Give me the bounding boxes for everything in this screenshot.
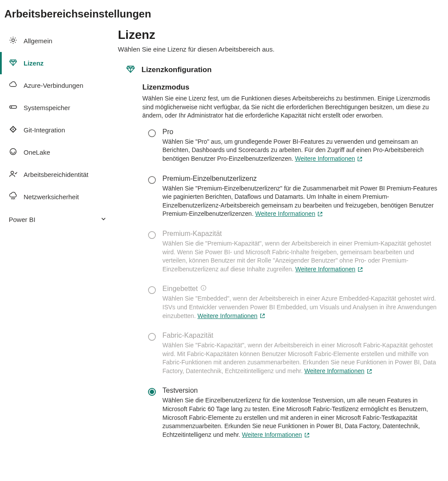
network-icon [9,192,17,202]
svg-point-2 [11,107,12,107]
option-title: Eingebettet [162,285,438,293]
option-title: Testversion [162,387,438,394]
storage-icon [9,103,17,113]
license-option-ppu: Premium-EinzelbenutzerlizenzWählen Sie "… [142,175,438,218]
license-option-premium-capacity: Premium-KapazitätWählen Sie die "Premium… [142,230,438,273]
option-title: Premium-Kapazität [162,230,438,238]
info-icon[interactable] [200,285,207,293]
svg-rect-1 [10,106,17,108]
sidebar-group-powerbi[interactable]: Power BI [0,208,114,228]
main-panel: Lizenz Wählen Sie eine Lizenz für diesen… [114,24,448,464]
sidebar-item-label: Allgemein [24,37,52,45]
sidebar-item-label: OneLake [24,149,50,156]
option-desc: Wählen Sie die Einzelbenutzerlizenz für … [162,396,438,439]
option-desc: Wählen Sie die "Premium-Kapazität", wenn… [162,239,438,273]
identity-icon [9,170,17,180]
sidebar-item-label: Lizenz [24,59,44,67]
config-title: Lizenzkonfiguration [141,66,212,74]
gear-icon [9,36,17,46]
option-desc: Wählen Sie "Fabric-Kapazität", wenn der … [162,341,438,375]
svg-point-3 [10,149,16,155]
mode-heading: Lizenzmodus [142,83,438,92]
sidebar-item-network[interactable]: Netzwerksicherheit [0,186,114,208]
radio-pro[interactable] [148,129,156,163]
diamond-icon [9,58,17,68]
option-desc: Wählen Sie "Premium-Einzelbenutzerlizenz… [162,184,438,218]
sidebar-item-onelake[interactable]: OneLake [0,141,114,163]
learn-more-link[interactable]: Weitere Informationen [304,367,372,376]
sidebar-item-label: Netzwerksicherheit [24,193,79,201]
diamond-icon [126,64,135,75]
radio-fabric-capacity [148,332,156,375]
license-option-pro: ProWählen Sie "Pro" aus, um grundlegende… [142,128,438,163]
learn-more-link[interactable]: Weitere Informationen [295,155,363,163]
chevron-down-icon [100,216,107,223]
sidebar-item-general[interactable]: Allgemein [0,30,114,52]
sidebar-item-git[interactable]: Git-Integration [0,119,114,141]
main-subtitle: Wählen Sie eine Lizenz für diesen Arbeit… [118,45,448,53]
cloud-icon [9,80,17,90]
learn-more-link[interactable]: Weitere Informationen [295,265,363,274]
svg-point-0 [12,39,14,42]
svg-point-6 [148,176,155,183]
learn-more-link[interactable]: Weitere Informationen [255,210,323,218]
radio-ppu[interactable] [148,176,156,218]
license-option-fabric-capacity: Fabric-KapazitätWählen Sie "Fabric-Kapaz… [142,332,438,375]
sidebar: Allgemein Lizenz Azure-Verbindungen Syst… [0,24,114,464]
page-title: Arbeitsbereichseinstellungen [0,0,448,24]
sidebar-item-label: Systemspeicher [24,104,70,111]
onelake-icon [9,147,17,157]
option-desc: Wählen Sie "Pro" aus, um grundlegende Po… [162,138,438,163]
sidebar-item-license[interactable]: Lizenz [0,52,114,74]
radio-premium-capacity [148,231,156,273]
mode-desc: Wählen Sie eine Lizenz fest, um die Funk… [142,94,438,120]
svg-point-10 [148,333,155,340]
radio-embedded [148,286,156,320]
svg-point-5 [148,130,155,137]
git-icon [9,125,17,135]
main-heading: Lizenz [118,28,448,42]
svg-point-8 [148,287,155,294]
option-title: Premium-Einzelbenutzerlizenz [162,175,438,183]
sidebar-item-label: Arbeitsbereichidentität [24,171,88,178]
sidebar-item-azure[interactable]: Azure-Verbindungen [0,74,114,97]
option-title: Pro [162,128,438,136]
radio-trial[interactable] [148,388,156,439]
sidebar-item-storage[interactable]: Systemspeicher [0,97,114,119]
learn-more-link[interactable]: Weitere Informationen [197,312,265,321]
sidebar-item-label: Azure-Verbindungen [24,82,83,89]
svg-point-7 [148,232,155,239]
option-desc: Wählen Sie "Embedded", wenn der Arbeitsb… [162,294,438,320]
svg-point-12 [150,390,154,394]
learn-more-link[interactable]: Weitere Informationen [242,431,310,439]
sidebar-item-identity[interactable]: Arbeitsbereichidentität [0,163,114,186]
sidebar-item-label: Git-Integration [24,126,65,134]
svg-point-4 [11,171,14,174]
license-option-embedded: EingebettetWählen Sie "Embedded", wenn d… [142,285,438,320]
license-option-trial: TestversionWählen Sie die Einzelbenutzer… [142,387,438,439]
option-title: Fabric-Kapazität [162,332,438,339]
sidebar-group-label: Power BI [9,216,35,223]
